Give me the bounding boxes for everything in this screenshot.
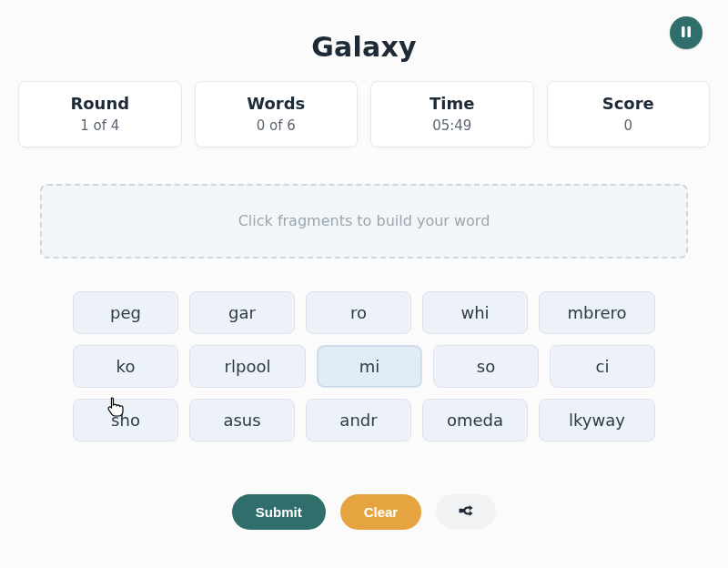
fragment-tile[interactable]: rlpool [189,345,306,388]
fragment-tile[interactable]: so [433,345,539,388]
stat-round-value: 1 of 4 [28,117,172,134]
fragments-container: peggarrowhimbrerokorlpoolmisocishoasusan… [44,291,684,441]
build-zone[interactable]: Click fragments to build your word [40,184,688,259]
fragment-tile[interactable]: andr [306,399,411,441]
submit-button[interactable]: Submit [232,494,326,530]
fragment-tile[interactable]: peg [73,291,178,334]
stat-score-value: 0 [557,117,701,134]
stat-time: Time 05:49 [370,81,534,147]
fragment-tile[interactable]: ko [73,345,178,388]
stat-score-label: Score [557,95,701,114]
svg-rect-1 [688,26,692,37]
clear-button[interactable]: Clear [340,494,422,530]
shuffle-icon [458,503,474,520]
build-placeholder: Click fragments to build your word [238,212,490,229]
fragment-tile[interactable]: mi [317,345,422,388]
stats-row: Round 1 of 4 Words 0 of 6 Time 05:49 Sco… [0,81,728,147]
fragment-tile[interactable]: ci [550,345,655,388]
stat-words-value: 0 of 6 [205,117,349,134]
fragment-tile[interactable]: sho [73,399,178,441]
stat-words: Words 0 of 6 [195,81,359,147]
fragment-tile[interactable]: whi [422,291,528,334]
stat-round-label: Round [28,95,172,114]
pause-icon [680,25,693,42]
stat-round: Round 1 of 4 [18,81,182,147]
fragment-tile[interactable]: gar [189,291,295,334]
fragment-tile[interactable]: mbrero [539,291,655,334]
shuffle-button[interactable] [436,494,496,529]
fragment-tile[interactable]: omeda [422,399,528,441]
fragment-tile[interactable]: asus [189,399,295,441]
stat-words-label: Words [205,95,349,114]
fragment-tile[interactable]: lkyway [539,399,655,441]
stat-time-value: 05:49 [380,117,524,134]
actions-row: Submit Clear [0,494,728,530]
page-title: Galaxy [0,31,728,63]
stat-time-label: Time [380,95,524,114]
stat-score: Score 0 [547,81,711,147]
pause-button[interactable] [670,16,703,49]
fragment-tile[interactable]: ro [306,291,411,334]
svg-rect-0 [682,26,685,37]
